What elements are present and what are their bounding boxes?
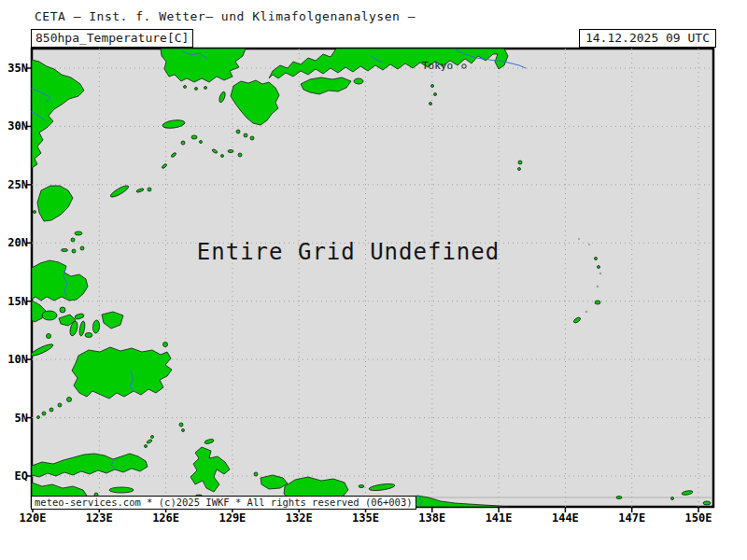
lon-label: 141E — [475, 511, 522, 525]
datetime-box: 14.12.2025 09 UTC — [579, 29, 716, 48]
lat-label: EQ — [0, 469, 28, 483]
izu-island — [434, 93, 437, 96]
islet — [250, 136, 254, 140]
islet — [34, 211, 36, 214]
land-bohol — [85, 333, 92, 338]
land-saipan — [595, 301, 600, 304]
ryukyu-island — [181, 141, 185, 145]
land-talaud — [145, 445, 148, 448]
ryukyu-island — [200, 141, 203, 144]
islet — [60, 307, 65, 313]
ryukyu-island — [71, 238, 75, 242]
city-label-tokyo: Tokyo — [422, 60, 453, 72]
speck — [597, 286, 599, 287]
ryukyu-island — [221, 155, 224, 158]
lon-label: 144E — [542, 511, 588, 525]
islet — [703, 501, 711, 505]
sulu-island — [37, 416, 40, 419]
ryukyu-island — [191, 135, 197, 139]
land-palau — [182, 429, 185, 432]
islet — [184, 86, 187, 89]
lon-label: 129E — [209, 511, 256, 525]
lat-label: 5N — [0, 412, 28, 425]
lat-label: 30N — [0, 119, 28, 133]
land-tanegashima — [228, 150, 233, 153]
lon-label: 138E — [409, 511, 456, 525]
islet — [195, 88, 198, 91]
speck — [588, 244, 590, 245]
land-awaji — [354, 78, 363, 84]
speck — [578, 238, 580, 240]
izu-island — [430, 103, 432, 105]
islet — [238, 153, 242, 157]
lon-label: 147E — [609, 511, 655, 525]
sulu-island — [67, 398, 72, 402]
islet — [671, 497, 674, 500]
lat-label: 10N — [0, 353, 28, 366]
lat-label: 25N — [0, 178, 28, 191]
lat-label: 20N — [0, 236, 28, 249]
islet — [254, 472, 258, 476]
product-title-box: 850hpa_Temperature[C] — [31, 29, 193, 48]
sulu-island — [42, 412, 46, 415]
ryukyu-island — [62, 249, 68, 252]
lon-label: 132E — [275, 511, 322, 525]
islet — [244, 133, 247, 137]
islet — [236, 130, 240, 133]
lat-label: 15N — [0, 295, 28, 308]
land-mindoro — [42, 311, 57, 320]
map-frame — [32, 49, 713, 507]
mariana-island — [598, 266, 600, 269]
islet — [163, 343, 168, 347]
lon-label: 126E — [143, 511, 190, 525]
header-organization-line: CETA — Inst. f. Wetter— und Klimafolgena… — [35, 9, 416, 23]
sulu-island — [49, 408, 53, 412]
sulu-island — [58, 403, 62, 407]
islet — [616, 497, 622, 499]
copyright-box: meteo-services.com * (c)2025 IWKF * All … — [31, 496, 416, 510]
ryukyu-island — [80, 246, 84, 250]
weather-map-page: { "header": { "organization_line": "CETA… — [0, 0, 747, 560]
izu-island — [431, 85, 434, 88]
land-palau — [179, 423, 183, 427]
bonin-island — [518, 168, 521, 171]
mariana-island — [595, 258, 598, 260]
speck — [599, 273, 601, 274]
land-talaud — [151, 436, 154, 439]
map-canvas — [0, 0, 747, 560]
lat-label: 35N — [0, 62, 28, 75]
ryukyu-island — [75, 231, 82, 235]
islet — [359, 485, 364, 488]
speck — [585, 311, 587, 313]
lon-label: 123E — [76, 511, 122, 525]
ryukyu-island — [148, 188, 151, 191]
land-mindanao — [72, 347, 172, 399]
land-banggai — [109, 487, 134, 493]
bonin-island — [518, 161, 522, 164]
grid-undefined-message: Entire Grid Undefined — [197, 239, 500, 265]
islet — [204, 87, 207, 90]
islet — [47, 334, 51, 339]
lon-label: 150E — [675, 511, 722, 525]
lon-label: 135E — [343, 511, 389, 525]
lon-label: 120E — [9, 511, 56, 525]
ryukyu-island — [72, 249, 76, 253]
